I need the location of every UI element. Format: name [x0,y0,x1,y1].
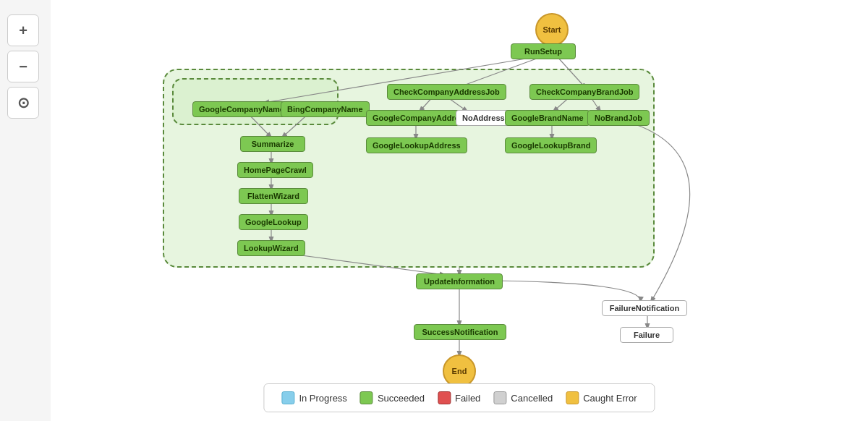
node-summarize[interactable]: Summarize [240,136,305,152]
legend-swatch-succeeded [360,391,373,404]
node-googlelookupaddress[interactable]: GoogleLookupAddress [366,137,467,153]
node-start[interactable]: Start [535,13,569,46]
legend-label-succeeded: Succeeded [378,393,425,404]
node-bingcompanyname[interactable]: BingCompanyName [281,101,370,117]
legend-swatch-failed [438,391,451,404]
legend-swatch-cancelled [493,391,506,404]
center-button[interactable]: ⊙ [7,87,39,119]
zoom-out-button[interactable]: − [7,51,39,82]
legend-label-cancelled: Cancelled [511,393,553,404]
legend-item-caughterror: Caught Error [566,391,637,404]
node-homepagecrawl[interactable]: HomePageCrawl [237,162,313,178]
zoom-in-button[interactable]: + [7,14,39,46]
flow-canvas[interactable]: Start RunSetup CheckCompanyAddressJob Ch… [51,0,868,421]
legend-label-caughterror: Caught Error [583,393,637,404]
legend-item-inprogress: In Progress [281,391,346,404]
node-checkcompanyaddressjob[interactable]: CheckCompanyAddressJob [387,84,506,100]
legend-item-failed: Failed [438,391,480,404]
legend-swatch-caughterror [566,391,579,404]
legend: In Progress Succeeded Failed Cancelled C… [263,383,655,412]
node-googlebrandname[interactable]: GoogleBrandName [505,110,590,126]
node-checkcompanybrandjob[interactable]: CheckCompanyBrandJob [529,84,639,100]
node-googlelookupbrand[interactable]: GoogleLookupBrand [505,137,597,153]
node-nobrandjob[interactable]: NoBrandJob [587,110,650,126]
legend-swatch-inprogress [281,391,294,404]
node-runsetup[interactable]: RunSetup [511,43,576,59]
node-googlecompanyname[interactable]: GoogleCompanyName [192,101,291,117]
node-updateinformation[interactable]: UpdateInformation [416,273,503,289]
toolbar: + − ⊙ [7,14,39,119]
legend-item-succeeded: Succeeded [360,391,425,404]
legend-label-inprogress: In Progress [299,393,346,404]
node-flattenwizard[interactable]: FlattenWizard [239,188,308,204]
legend-item-cancelled: Cancelled [493,391,553,404]
node-googlelookup[interactable]: GoogleLookup [239,214,308,230]
node-failurenotification[interactable]: FailureNotification [602,300,687,316]
node-failure[interactable]: Failure [620,327,673,343]
node-lookupwizard[interactable]: LookupWizard [237,240,305,256]
node-successnotification[interactable]: SuccessNotification [414,324,506,340]
legend-label-failed: Failed [455,393,480,404]
